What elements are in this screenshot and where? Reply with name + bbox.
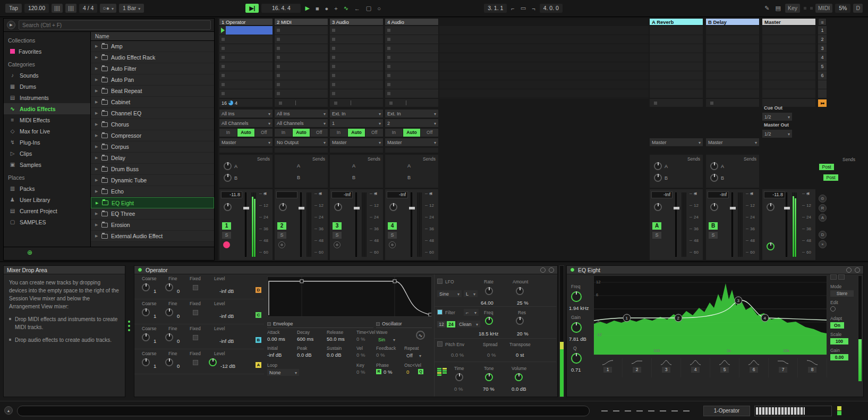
crossfader-toggle[interactable]: × bbox=[819, 240, 827, 248]
sustain-value[interactable]: 0.0 dB bbox=[327, 352, 341, 358]
pan-knob[interactable] bbox=[710, 203, 718, 211]
clip-stop-button[interactable] bbox=[222, 38, 225, 41]
coarse-knob[interactable] bbox=[142, 308, 150, 316]
lfo-rate-value[interactable]: 64.00 bbox=[481, 300, 493, 306]
fader-handle[interactable] bbox=[674, 207, 679, 209]
phase-retrigger-toggle[interactable]: R bbox=[376, 369, 381, 374]
scene-launch-4[interactable]: 4 bbox=[818, 53, 827, 62]
filter-shape-chooser[interactable]: ⌐ bbox=[464, 309, 479, 316]
list-item[interactable]: ▶Compressor bbox=[91, 130, 214, 141]
envelope-section-label[interactable]: Envelope bbox=[267, 321, 373, 328]
band-3[interactable]: 3 bbox=[652, 358, 681, 377]
spread-value[interactable]: 0 % bbox=[487, 352, 496, 358]
save-preset-icon[interactable] bbox=[549, 267, 554, 273]
wave-chooser[interactable]: Sin bbox=[376, 336, 397, 343]
clip-stop-button[interactable] bbox=[332, 74, 335, 77]
sidebar-item-midi-effects[interactable]: ≡MIDI Effects bbox=[4, 114, 90, 125]
send-a-label[interactable]: A bbox=[407, 163, 411, 169]
fixed-checkbox[interactable] bbox=[193, 285, 198, 290]
clip-stop-button[interactable] bbox=[222, 83, 225, 86]
sidebar-item-user-library[interactable]: ♟User Library bbox=[4, 194, 90, 205]
cue-out-chooser[interactable]: 1/2 bbox=[762, 113, 792, 121]
send-b-pre-post-toggle[interactable]: Post bbox=[823, 174, 838, 181]
clip-stop-button[interactable] bbox=[387, 38, 390, 41]
mode-chooser[interactable]: Stere bbox=[830, 290, 854, 297]
lfo-rate-knob[interactable] bbox=[485, 287, 493, 295]
output-chooser[interactable]: Master bbox=[330, 138, 383, 146]
clip-slot[interactable] bbox=[275, 44, 328, 53]
peak-value[interactable]: 0.0 dB bbox=[297, 352, 311, 358]
track-header[interactable]: 3 Audio bbox=[329, 18, 384, 26]
sidebar-item-packs[interactable]: ▥Packs bbox=[4, 183, 90, 194]
send-b-knob[interactable] bbox=[654, 174, 662, 182]
clip-stop-button[interactable] bbox=[332, 92, 335, 95]
pan-knob[interactable] bbox=[389, 203, 397, 211]
sidebar-item-current-project[interactable]: ▤Current Project bbox=[4, 205, 90, 216]
band-4[interactable]: 4 bbox=[681, 358, 710, 377]
master-out-chooser[interactable]: 1/2 bbox=[762, 130, 792, 138]
send-a-label[interactable]: A bbox=[297, 163, 300, 169]
monitor-in[interactable]: In bbox=[275, 129, 292, 137]
scale-field[interactable]: 100 bbox=[830, 338, 848, 345]
fine-knob[interactable] bbox=[165, 308, 173, 316]
stop-button[interactable]: ■ bbox=[314, 5, 321, 12]
feedback-value[interactable]: 0 % bbox=[376, 352, 385, 358]
list-item[interactable]: ▶External Audio Effect bbox=[91, 231, 214, 242]
fader-handle[interactable] bbox=[730, 207, 736, 209]
clip-stop-button[interactable] bbox=[222, 74, 225, 77]
monitor-in[interactable]: In bbox=[219, 129, 237, 137]
name-column-header[interactable]: Name bbox=[91, 32, 214, 41]
clip-stop-button[interactable] bbox=[277, 29, 280, 32]
scene-launch-6[interactable]: 6 bbox=[818, 71, 827, 80]
scene-launch-8[interactable] bbox=[818, 89, 827, 98]
pan-knob[interactable] bbox=[767, 203, 775, 211]
list-item[interactable]: ▶Channel EQ bbox=[91, 108, 214, 119]
band-1[interactable]: 1 bbox=[593, 358, 623, 377]
level-knob[interactable] bbox=[209, 358, 217, 366]
clip-overview[interactable] bbox=[597, 406, 699, 416]
clip-slot[interactable] bbox=[385, 62, 438, 71]
arm-button[interactable] bbox=[278, 241, 285, 248]
clip-slot[interactable] bbox=[330, 44, 383, 53]
clip-stop-button[interactable] bbox=[277, 92, 280, 95]
output-chooser[interactable]: Master bbox=[706, 138, 759, 146]
record-button[interactable]: ● bbox=[324, 5, 330, 12]
scene-menu-icon[interactable]: ≡ bbox=[818, 18, 827, 26]
fixed-checkbox[interactable] bbox=[193, 335, 198, 340]
clip-slot[interactable] bbox=[385, 80, 438, 89]
track-header[interactable]: 1 Operator bbox=[219, 18, 273, 26]
lfo-amount-knob[interactable] bbox=[516, 287, 524, 295]
input-channel-chooser[interactable]: 1 bbox=[330, 119, 383, 127]
track-header[interactable]: 2 MIDI bbox=[274, 18, 328, 26]
io-section-toggle[interactable]: ⊙ bbox=[819, 195, 827, 203]
sidebar-item-samples-folder[interactable]: ▢SAMPLES bbox=[4, 216, 90, 228]
track-activator[interactable]: 1 bbox=[222, 222, 231, 230]
filter-circuit-chooser[interactable]: Clean bbox=[457, 321, 480, 327]
input-channel-chooser[interactable]: All Channels bbox=[219, 119, 273, 127]
stop-button[interactable] bbox=[654, 102, 657, 105]
session-record-icon[interactable]: ∿ bbox=[342, 5, 350, 12]
send-b-label[interactable]: B bbox=[297, 175, 300, 180]
volume-value[interactable]: 0.0 dB bbox=[512, 386, 526, 392]
volume-fader[interactable] bbox=[786, 192, 787, 257]
info-view-toggle[interactable]: ▲ bbox=[4, 406, 13, 415]
list-item[interactable]: ▶Amp bbox=[91, 41, 214, 52]
solo-button[interactable]: S bbox=[277, 232, 286, 239]
pan-knob[interactable] bbox=[279, 203, 287, 211]
track-delay-field[interactable] bbox=[219, 148, 273, 153]
track-header[interactable]: Master bbox=[762, 18, 816, 26]
tone-value[interactable]: 70 % bbox=[483, 386, 495, 392]
punch-out-icon[interactable]: ¬ bbox=[530, 5, 537, 12]
overdub-button[interactable]: + bbox=[333, 5, 339, 12]
solo-button[interactable]: S bbox=[333, 232, 342, 239]
tempo-field[interactable]: 120.00 bbox=[24, 4, 49, 13]
clip-slot[interactable] bbox=[275, 26, 328, 35]
scene-launch-5[interactable]: 5 bbox=[818, 62, 827, 71]
envelope-display[interactable] bbox=[267, 276, 432, 317]
band-8[interactable]: 8 bbox=[798, 358, 827, 377]
fixed-checkbox[interactable] bbox=[193, 310, 198, 315]
clip-slot[interactable] bbox=[330, 89, 383, 98]
initial-value[interactable]: -inf dB bbox=[267, 352, 282, 358]
fixed-checkbox[interactable] bbox=[193, 360, 198, 365]
clip-slot[interactable] bbox=[330, 62, 383, 71]
